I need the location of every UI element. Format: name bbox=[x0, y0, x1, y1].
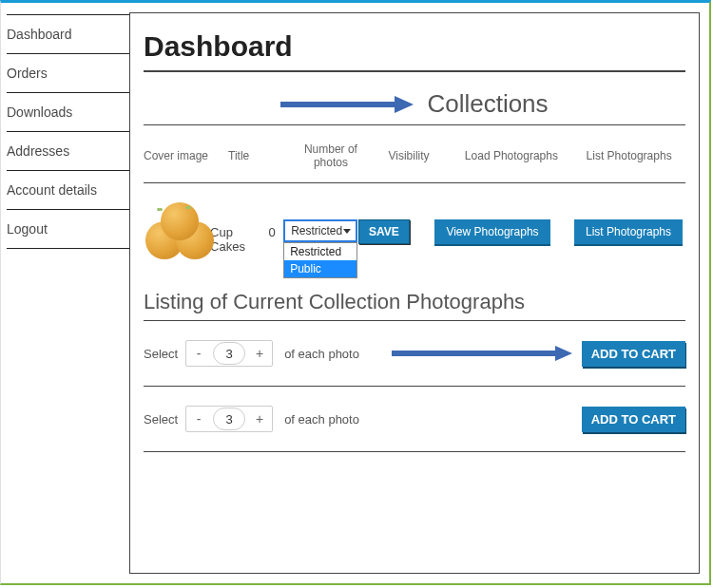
of-each-photo-label: of each photo bbox=[284, 412, 359, 427]
col-list-photographs: List Photographs bbox=[572, 149, 685, 162]
minus-icon[interactable]: - bbox=[186, 406, 211, 432]
collections-title: Collections bbox=[427, 89, 548, 119]
quantity-value[interactable]: 3 bbox=[213, 408, 245, 430]
plus-icon[interactable]: + bbox=[247, 406, 272, 432]
arrow-right-icon bbox=[280, 96, 414, 113]
select-label: Select bbox=[144, 412, 178, 427]
sidebar-item-addresses[interactable]: Addresses bbox=[7, 132, 129, 171]
minus-icon[interactable]: - bbox=[186, 340, 211, 367]
sidebar-item-dashboard[interactable]: Dashboard bbox=[7, 14, 129, 54]
quantity-value[interactable]: 3 bbox=[213, 342, 245, 365]
main-panel: Dashboard Collections Cover image Title … bbox=[129, 12, 700, 574]
select-label: Select bbox=[144, 347, 178, 361]
divider bbox=[144, 182, 685, 183]
save-button[interactable]: SAVE bbox=[358, 219, 410, 244]
of-each-photo-label: of each photo bbox=[284, 347, 359, 361]
visibility-option-public[interactable]: Public bbox=[284, 260, 356, 277]
divider bbox=[144, 386, 685, 387]
add-to-cart-button[interactable]: ADD TO CART bbox=[582, 341, 685, 367]
collections-header: Collections bbox=[144, 89, 685, 119]
sidebar-item-logout[interactable]: Logout bbox=[7, 210, 129, 249]
visibility-options-list: Restricted Public bbox=[283, 242, 357, 278]
sidebar: Dashboard Orders Downloads Addresses Acc… bbox=[1, 3, 129, 583]
listing-row: Select - 3 + of each photo ADD TO CART bbox=[144, 392, 685, 446]
sidebar-item-downloads[interactable]: Downloads bbox=[7, 93, 129, 132]
visibility-selected-value: Restricted bbox=[291, 224, 342, 237]
divider bbox=[144, 451, 685, 452]
sidebar-item-account-details[interactable]: Account details bbox=[7, 171, 129, 210]
divider bbox=[144, 320, 685, 321]
collection-title: Cup Cakes bbox=[210, 202, 268, 254]
col-load-photographs: Load Photographs bbox=[451, 149, 573, 162]
list-photographs-button[interactable]: List Photographs bbox=[574, 219, 683, 244]
visibility-option-restricted[interactable]: Restricted bbox=[284, 243, 356, 260]
collections-table-header: Cover image Title Number of photos Visib… bbox=[144, 131, 685, 177]
cover-image-thumb bbox=[144, 202, 210, 259]
plus-icon[interactable]: + bbox=[247, 340, 272, 367]
listing-row: Select - 3 + of each photo ADD TO CART bbox=[144, 327, 685, 380]
view-photographs-button[interactable]: View Photographs bbox=[434, 219, 549, 244]
page-title: Dashboard bbox=[144, 30, 685, 63]
col-number-of-photos: Number of photos bbox=[294, 142, 367, 169]
quantity-stepper[interactable]: - 3 + bbox=[185, 406, 273, 432]
divider bbox=[144, 70, 685, 72]
chevron-down-icon bbox=[343, 229, 351, 234]
arrow-right-icon bbox=[392, 346, 572, 361]
col-title: Title bbox=[228, 149, 294, 162]
listing-title: Listing of Current Collection Photograph… bbox=[144, 290, 685, 314]
collection-row: Cup Cakes 0 Restricted Restricted Public… bbox=[144, 189, 685, 284]
col-cover-image: Cover image bbox=[144, 149, 228, 162]
add-to-cart-button[interactable]: ADD TO CART bbox=[582, 407, 685, 432]
visibility-select[interactable]: Restricted bbox=[283, 219, 357, 242]
sidebar-item-orders[interactable]: Orders bbox=[7, 54, 129, 93]
quantity-stepper[interactable]: - 3 + bbox=[185, 340, 273, 367]
divider bbox=[144, 124, 685, 125]
collection-num-photos: 0 bbox=[268, 202, 283, 239]
col-visibility: Visibility bbox=[368, 149, 451, 162]
